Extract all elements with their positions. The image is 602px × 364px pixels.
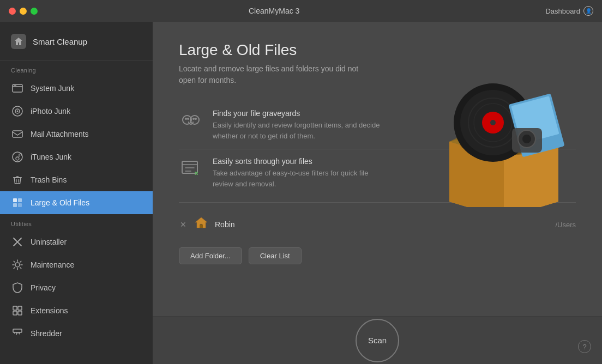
svg-point-42 (195, 118, 197, 120)
sidebar-item-privacy[interactable]: Privacy (0, 276, 153, 299)
sidebar-item-trash-bins[interactable]: Trash Bins (0, 168, 153, 191)
svg-point-41 (192, 118, 195, 120)
titlebar: CleanMyMac 3 Dashboard 👤 (0, 0, 602, 22)
shredder-label: Shredder (31, 329, 62, 338)
svg-rect-12 (18, 203, 22, 207)
extensions-label: Extensions (31, 306, 68, 315)
itunes-junk-label: iTunes Junk (31, 153, 71, 161)
maintenance-icon (11, 258, 24, 271)
sidebar-item-system-junk[interactable]: System Junk (0, 77, 153, 100)
privacy-label: Privacy (31, 283, 56, 292)
itunes-icon (11, 150, 24, 163)
smart-cleanup-label: Smart Cleanup (33, 37, 87, 46)
sidebar-item-extensions[interactable]: Extensions (0, 299, 153, 322)
feature-sorts-text: Easily sorts through your files Take adv… (213, 157, 387, 189)
dashboard-label: Dashboard (545, 7, 580, 15)
iphoto-junk-label: iPhoto Junk (31, 107, 70, 116)
add-folder-button[interactable]: Add Folder... (179, 247, 242, 264)
folder-path: /Users (555, 221, 576, 229)
maintenance-label: Maintenance (31, 260, 74, 269)
svg-point-36 (522, 135, 531, 143)
folder-home-icon (194, 216, 208, 233)
illustration (417, 33, 591, 218)
mail-attachments-label: Mail Attachments (31, 130, 89, 138)
dashboard-button[interactable]: Dashboard 👤 (545, 6, 593, 16)
system-junk-icon (11, 82, 24, 95)
mail-icon (11, 128, 24, 141)
help-label: ? (582, 343, 586, 351)
sidebar-item-smart-cleanup[interactable]: Smart Cleanup (11, 31, 142, 52)
feature-graveyards-desc: Easily identify and review forgotten ite… (213, 120, 387, 141)
large-old-files-label: Large & Old Files (31, 198, 89, 207)
system-junk-label: System Junk (31, 84, 74, 93)
privacy-icon (11, 281, 24, 294)
help-button[interactable]: ? (578, 340, 591, 353)
sidebar-item-iphoto-junk[interactable]: iPhoto Junk (0, 100, 153, 123)
scan-label: Scan (368, 336, 387, 345)
folder-name: Robin (215, 220, 549, 229)
folder-remove-button[interactable]: ✕ (179, 220, 188, 229)
feature-sorts-desc: Take advantage of easy-to-use filters fo… (213, 168, 387, 189)
sidebar-item-itunes-junk[interactable]: iTunes Junk (0, 145, 153, 168)
svg-rect-17 (18, 311, 22, 315)
content-area: Large & Old Files Locate and remove larg… (153, 22, 602, 364)
uninstaller-icon (11, 235, 24, 248)
svg-point-1 (14, 85, 15, 86)
sidebar-item-maintenance[interactable]: Maintenance (0, 253, 153, 276)
iphoto-junk-icon (11, 105, 24, 118)
feature-graveyards-title: Finds your file graveyards (213, 109, 387, 118)
sorts-icon (179, 157, 203, 181)
extensions-icon (11, 304, 24, 317)
svg-point-2 (15, 85, 16, 86)
large-files-icon (11, 196, 24, 209)
svg-rect-15 (18, 306, 22, 310)
shredder-icon (11, 327, 24, 340)
sidebar-item-uninstaller[interactable]: Uninstaller (0, 230, 153, 253)
trash-bins-label: Trash Bins (31, 175, 67, 184)
scan-button[interactable]: Scan (356, 319, 399, 362)
svg-point-39 (185, 118, 187, 120)
svg-point-5 (17, 111, 19, 112)
cleaning-section-label: Cleaning (0, 60, 153, 77)
feature-sorts-title: Easily sorts through your files (213, 157, 387, 166)
graveyards-icon (179, 109, 203, 133)
page-subtitle: Locate and remove large files and folder… (179, 63, 364, 86)
trash-icon (11, 173, 24, 186)
svg-point-8 (16, 157, 19, 160)
svg-rect-11 (13, 203, 17, 207)
svg-rect-9 (13, 198, 17, 202)
bottom-bar: Scan ? (153, 316, 602, 364)
svg-point-29 (490, 120, 496, 125)
svg-rect-10 (18, 198, 22, 202)
svg-point-13 (15, 263, 20, 267)
sidebar-item-mail-attachments[interactable]: Mail Attachments (0, 123, 153, 145)
sidebar-item-shredder[interactable]: Shredder (0, 322, 153, 345)
svg-rect-6 (13, 131, 22, 137)
sidebar-item-large-old-files[interactable]: Large & Old Files (0, 191, 153, 214)
smart-cleanup-section: Smart Cleanup (0, 22, 153, 60)
main-layout: Smart Cleanup Cleaning System Junk (0, 22, 602, 364)
uninstaller-label: Uninstaller (31, 238, 67, 246)
svg-rect-14 (13, 306, 17, 310)
svg-rect-16 (13, 311, 17, 315)
svg-rect-44 (200, 225, 203, 228)
feature-graveyards-text: Finds your file graveyards Easily identi… (213, 109, 387, 141)
utilities-section-label: Utilities (0, 214, 153, 230)
smart-cleanup-icon (11, 34, 26, 49)
sidebar: Smart Cleanup Cleaning System Junk (0, 22, 153, 364)
svg-rect-18 (13, 329, 22, 332)
dashboard-icon: 👤 (583, 6, 593, 16)
clear-list-button[interactable]: Clear List (249, 247, 302, 264)
action-buttons: Add Folder... Clear List (179, 247, 576, 277)
app-title: CleanMyMac 3 (3, 7, 545, 15)
svg-point-40 (187, 118, 189, 120)
